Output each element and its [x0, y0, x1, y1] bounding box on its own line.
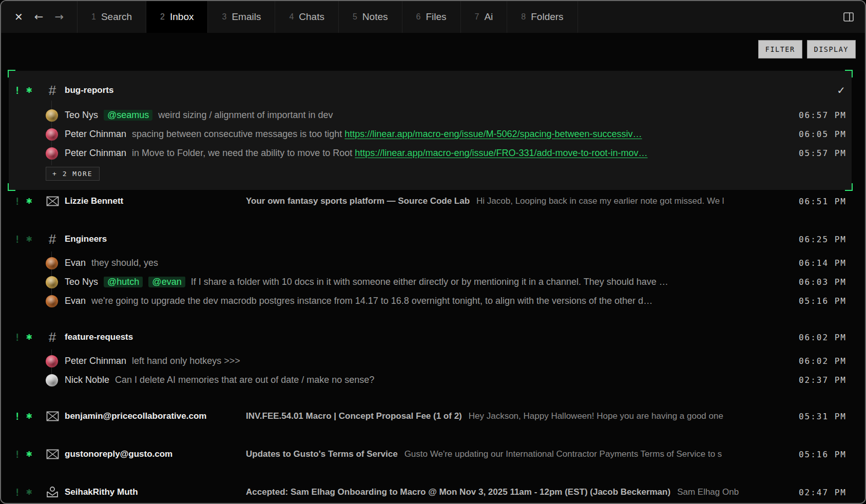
message-link[interactable]: https://linear.app/macro-eng/issue/M-506…: [344, 129, 642, 139]
inbox-item-benjamin-pricecollaborative-com[interactable]: !✱benjamin@pricecollaborative.comINV.FEE…: [1, 405, 865, 428]
more-messages-badge[interactable]: + 2 MORE: [46, 167, 100, 181]
channel-header[interactable]: !✱#feature-requests06:02 PM: [1, 326, 865, 348]
tab-label: Notes: [362, 11, 388, 23]
channel-message[interactable]: Teo Nys@hutch @evan If I share a folder …: [1, 273, 865, 292]
message-text-segment: in Move to Folder, we need the ability t…: [132, 148, 352, 158]
timestamp: 06:02 PM: [793, 333, 846, 342]
inbox-item-seihakrithy-muth[interactable]: !✱SeihakRithy MuthAccepted: Sam Elhag On…: [1, 481, 865, 503]
sidebar-toggle-button[interactable]: [832, 1, 865, 33]
tab-folders[interactable]: 8Folders: [507, 1, 578, 33]
channel-message[interactable]: Nick NobleCan I delete AI memories that …: [1, 371, 865, 390]
inbox-item-gustonoreply-gusto-com[interactable]: !✱gustonoreply@gusto.comUpdates to Gusto…: [1, 443, 865, 466]
inbox-item-bug-reports[interactable]: !✱#bug-reports✓Teo Nys@seamus weird sizi…: [9, 71, 852, 190]
selection-bracket-tl: [8, 70, 15, 77]
tab-files[interactable]: 6Files: [402, 1, 461, 33]
inbox-item-lizzie-bennett[interactable]: !✱Lizzie BennettYour own fantasy sports …: [1, 190, 865, 212]
channel-message[interactable]: Peter Chinmanspacing between consecutive…: [9, 125, 852, 144]
message-text: they should, yes: [91, 258, 786, 268]
message-text: spacing between consecutive messages is …: [132, 129, 786, 140]
close-icon[interactable]: ✕: [14, 11, 23, 23]
tab-search[interactable]: 1Search: [78, 1, 146, 33]
message-sender: Evan: [65, 296, 86, 306]
channel-name: feature-requests: [65, 332, 133, 342]
timestamp: 05:31 PM: [793, 412, 846, 421]
star-indicator-icon[interactable]: ✱: [26, 489, 32, 496]
mention-chip[interactable]: @seamus: [104, 110, 152, 121]
mention-chip[interactable]: @evan: [148, 277, 185, 287]
row-indicators: !✱: [14, 450, 40, 459]
urgent-indicator-icon[interactable]: !: [14, 86, 20, 95]
email-preview: Gusto We're updating our International C…: [405, 449, 722, 459]
email-summary: Your own fantasy sports platform — Sourc…: [246, 196, 786, 206]
envelope-icon: [40, 411, 65, 421]
star-indicator-icon[interactable]: ✱: [26, 87, 32, 94]
tab-chats[interactable]: 4Chats: [275, 1, 339, 33]
tab-inbox[interactable]: 2Inbox: [146, 1, 208, 33]
inbox-item-feature-requests[interactable]: !✱#feature-requests06:02 PMPeter Chinman…: [1, 326, 865, 390]
tab-label: Emails: [232, 11, 261, 23]
email-sender: gustonoreply@gusto.com: [65, 449, 246, 459]
avatar-peter: [46, 128, 58, 141]
list-toolbar: FILTER DISPLAY: [1, 33, 865, 70]
email-sender: benjamin@pricecollaborative.com: [65, 411, 246, 421]
avatar-teo: [46, 276, 58, 288]
channel-header[interactable]: !✱#bug-reports✓: [9, 77, 852, 104]
mention-chip[interactable]: @hutch: [104, 277, 143, 287]
tab-emails[interactable]: 3Emails: [208, 1, 275, 33]
row-indicators: !✱: [14, 86, 40, 95]
hash-icon: #: [49, 231, 56, 247]
tab-number: 7: [475, 12, 479, 22]
urgent-indicator-icon[interactable]: !: [14, 450, 20, 459]
timestamp: 06:03 PM: [793, 277, 846, 287]
channel-message[interactable]: Evanthey should, yes 06:14 PM: [1, 254, 865, 273]
urgent-indicator-icon[interactable]: !: [14, 488, 20, 497]
inbox-item-engineers[interactable]: !✱#Engineers06:25 PMEvanthey should, yes…: [1, 228, 865, 311]
urgent-indicator-icon[interactable]: !: [14, 235, 20, 244]
message-text: Can I delete AI memories that are out of…: [115, 375, 786, 385]
row-indicators: !✱: [14, 333, 40, 342]
tab-number: 1: [91, 12, 96, 22]
tab-ai[interactable]: 7Ai: [461, 1, 508, 33]
timestamp: 02:47 PM: [793, 488, 846, 497]
message-text-segment: weird sizing / alignment of important in…: [158, 110, 333, 120]
star-indicator-icon[interactable]: ✱: [26, 334, 32, 341]
tab-number: 6: [416, 12, 421, 22]
star-indicator-icon[interactable]: ✱: [26, 236, 32, 243]
tab-label: Files: [426, 11, 446, 23]
message-link[interactable]: https://linear.app/macro-eng/issue/FRO-3…: [355, 148, 647, 158]
back-arrow-icon[interactable]: ←: [34, 11, 44, 23]
urgent-indicator-icon[interactable]: !: [14, 412, 20, 421]
filter-button[interactable]: FILTER: [758, 40, 802, 59]
display-button[interactable]: DISPLAY: [807, 40, 856, 59]
message-text-segment: If I share a folder with 10 docs in it w…: [191, 277, 668, 287]
forward-arrow-icon[interactable]: →: [54, 11, 64, 23]
urgent-indicator-icon[interactable]: !: [14, 333, 20, 342]
tab-notes[interactable]: 5Notes: [339, 1, 402, 33]
app-window: ✕ ← → 1Search2Inbox3Emails4Chats5Notes6F…: [0, 0, 866, 504]
star-indicator-icon[interactable]: ✱: [26, 198, 32, 205]
email-summary: INV.FEE.54.01 Macro | Concept Proposal F…: [246, 411, 786, 421]
channel-messages: Evanthey should, yes 06:14 PMTeo Nys@hut…: [1, 254, 865, 311]
timestamp: 06:51 PM: [793, 197, 846, 206]
channel-header[interactable]: !✱#Engineers06:25 PM: [1, 228, 865, 250]
avatar-nick: [46, 374, 58, 386]
urgent-indicator-icon[interactable]: !: [14, 197, 20, 206]
row-indicators: !✱: [14, 235, 40, 244]
channel-message[interactable]: Peter Chinmanleft hand only hotkeys >>> …: [1, 352, 865, 371]
star-indicator-icon[interactable]: ✱: [26, 413, 32, 420]
timestamp: 06:57 PM: [793, 110, 846, 120]
tab-label: Chats: [299, 11, 324, 23]
star-indicator-icon[interactable]: ✱: [26, 451, 32, 458]
channel-hash-icon: #: [40, 329, 65, 345]
envelope-person-icon: [40, 486, 65, 498]
sidebar-panel-icon: [843, 12, 854, 22]
tab-label: Ai: [484, 11, 493, 23]
hash-icon: #: [49, 329, 56, 345]
window-nav: ✕ ← →: [1, 1, 78, 33]
check-icon[interactable]: ✓: [837, 84, 846, 96]
message-text: @seamus weird sizing / alignment of impo…: [104, 110, 786, 121]
channel-message[interactable]: Evanwe're going to upgrade the dev macro…: [1, 292, 865, 311]
channel-message[interactable]: Peter Chinmanin Move to Folder, we need …: [9, 144, 852, 163]
timestamp: 05:57 PM: [793, 148, 846, 158]
channel-message[interactable]: Teo Nys@seamus weird sizing / alignment …: [9, 106, 852, 125]
